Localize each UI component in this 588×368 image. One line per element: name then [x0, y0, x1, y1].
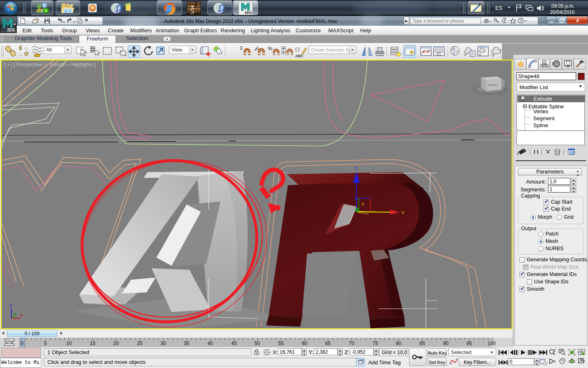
svg-text:3: 3	[240, 45, 243, 51]
svg-text:45: 45	[231, 341, 237, 346]
svg-text:40: 40	[207, 341, 213, 346]
svg-text:x: x	[20, 313, 23, 317]
svg-text:55: 55	[278, 341, 284, 346]
svg-text:FRONT: FRONT	[488, 84, 497, 87]
svg-text:x: x	[402, 210, 404, 215]
svg-text:85: 85	[419, 341, 425, 346]
svg-text:100: 100	[488, 341, 496, 346]
svg-text:50: 50	[254, 341, 260, 346]
svg-text:3DS: 3DS	[245, 11, 252, 15]
svg-text:0: 0	[21, 341, 24, 346]
svg-text:30: 30	[160, 341, 166, 346]
svg-text:[ + ] [ Perspective ] [ Smooth: [ + ] [ Perspective ] [ Smooth + Highlig…	[4, 62, 96, 67]
svg-text:95: 95	[466, 341, 472, 346]
svg-text:y: y	[362, 202, 364, 206]
svg-text:15: 15	[90, 341, 96, 346]
svg-text:70: 70	[349, 341, 354, 346]
svg-text:5: 5	[190, 7, 194, 15]
svg-text:z: z	[10, 303, 12, 307]
svg-text:z: z	[355, 165, 358, 170]
svg-text:%: %	[268, 45, 273, 52]
svg-text:10: 10	[66, 341, 72, 346]
svg-text:80: 80	[396, 341, 401, 346]
svg-text:60: 60	[302, 341, 307, 346]
svg-text:3DS: 3DS	[7, 28, 15, 32]
svg-text:?: ?	[520, 19, 522, 23]
svg-text:35: 35	[184, 341, 189, 346]
svg-text:90: 90	[443, 341, 449, 346]
svg-text:20: 20	[113, 341, 119, 346]
svg-text:75: 75	[372, 341, 378, 346]
svg-text:{ }: { }	[295, 47, 300, 52]
svg-text:y: y	[14, 312, 16, 316]
svg-text:65: 65	[325, 341, 331, 346]
svg-text:5: 5	[44, 341, 47, 346]
svg-text:25: 25	[137, 341, 143, 346]
